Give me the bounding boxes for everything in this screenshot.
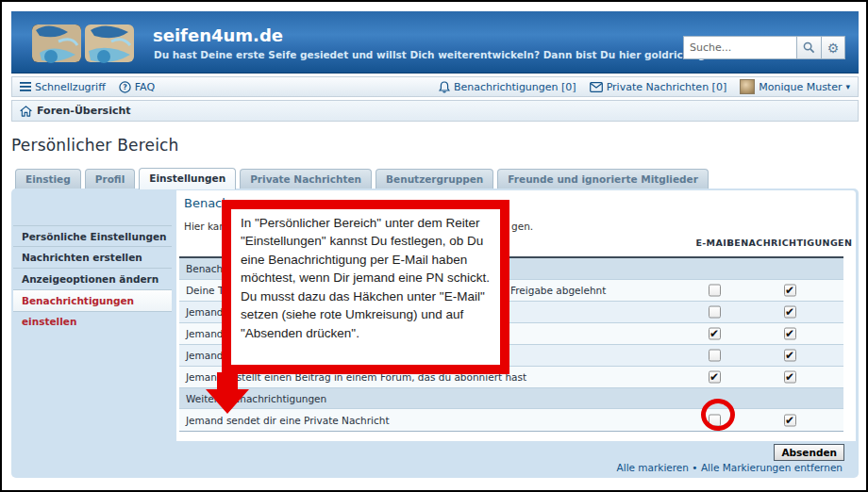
- notification-checkbox[interactable]: [784, 414, 796, 426]
- row-label: Jemand sendet dir eine Private Nachricht: [186, 415, 390, 426]
- envelope-icon: [590, 82, 603, 92]
- search-input[interactable]: [683, 36, 796, 59]
- email-checkbox[interactable]: [709, 350, 721, 362]
- tab-private-nachrichten[interactable]: Private Nachrichten: [240, 169, 372, 189]
- ucp-tabs: Einstieg Profil Einstellungen Private Na…: [15, 168, 709, 189]
- faq-link[interactable]: ? FAQ: [119, 81, 155, 93]
- search-bar: ⚙: [683, 36, 845, 59]
- forum-page: seifen4um.de Du hast Deine erste Seife g…: [0, 0, 868, 492]
- ucp-sidebar: Persönliche Einstellungen Nachrichten er…: [13, 225, 172, 312]
- breadcrumb-home-link[interactable]: Foren-Übersicht: [37, 105, 131, 117]
- annotation-box: In "Persönlicher Bereich" unter dem Reit…: [222, 200, 509, 374]
- private-messages-label: Private Nachrichten [0]: [607, 81, 727, 93]
- tab-einstieg[interactable]: Einstieg: [15, 169, 81, 189]
- sidebar-item-nachrichten-erstellen[interactable]: Nachrichten erstellen: [13, 247, 172, 269]
- email-checkbox[interactable]: [709, 371, 721, 384]
- quick-access-label: Schnellzugriff: [35, 81, 106, 93]
- sidebar-item-persoenliche-einstellungen[interactable]: Persönliche Einstellungen: [13, 225, 172, 247]
- sidebar-item-anzeigeoptionen[interactable]: Anzeigeoptionen ändern: [13, 269, 172, 290]
- bell-icon: [439, 81, 450, 93]
- site-header: seifen4um.de Du hast Deine erste Seife g…: [11, 11, 859, 74]
- avatar: [740, 79, 755, 94]
- site-logo[interactable]: [30, 19, 136, 68]
- gear-icon: ⚙: [827, 41, 840, 56]
- chevron-down-icon: ▾: [845, 82, 850, 91]
- username-label: Monique Muster: [759, 81, 842, 93]
- notification-checkbox[interactable]: [784, 328, 796, 340]
- section-label: Benachr: [186, 263, 227, 274]
- mark-all-link[interactable]: Alle markieren: [617, 462, 689, 473]
- tab-benutzergruppen[interactable]: Benutzergruppen: [376, 169, 493, 189]
- site-title: seifen4um.de: [153, 25, 283, 45]
- email-checkbox[interactable]: [709, 306, 721, 319]
- breadcrumb: Foren-Übersicht: [11, 100, 859, 122]
- table-section-row: Weitere Benachrichtigungen: [179, 387, 843, 408]
- mark-links: Alle markieren • Alle Markierungen entfe…: [617, 462, 843, 473]
- search-settings-button[interactable]: ⚙: [821, 36, 845, 59]
- email-checkbox[interactable]: [709, 328, 721, 340]
- question-icon: ?: [119, 81, 131, 93]
- hamburger-icon: [20, 82, 31, 91]
- search-button[interactable]: [796, 36, 821, 59]
- sidebar-item-benachrichtigungen[interactable]: Benachrichtigungen einstellen: [13, 290, 172, 312]
- notification-checkbox[interactable]: [784, 350, 796, 362]
- annotation-arrow-icon: [206, 389, 249, 414]
- user-menu[interactable]: Monique Muster ▾: [740, 79, 850, 94]
- notification-checkbox[interactable]: [784, 371, 796, 384]
- private-messages-menu[interactable]: Private Nachrichten [0]: [590, 81, 727, 93]
- page-title: Persönlicher Bereich: [11, 136, 179, 155]
- link-separator: •: [692, 462, 697, 473]
- tab-einstellungen[interactable]: Einstellungen: [139, 168, 236, 189]
- column-header-notifications: BENACHRICHTIGUNGEN: [727, 238, 853, 248]
- notifications-label: Benachrichtigungen [0]: [454, 81, 576, 93]
- notification-checkbox[interactable]: [784, 306, 796, 319]
- row-label: Jemand: [186, 350, 224, 361]
- tab-profil[interactable]: Profil: [85, 169, 135, 189]
- email-checkbox[interactable]: [709, 285, 721, 297]
- notifications-menu[interactable]: Benachrichtigungen [0]: [439, 81, 576, 93]
- submit-button[interactable]: Absenden: [774, 444, 844, 461]
- tab-freunde[interactable]: Freunde und ignorierte Mitglieder: [497, 169, 709, 189]
- svg-text:?: ?: [123, 83, 127, 91]
- table-row-private-message: Jemand sendet dir eine Private Nachricht: [179, 408, 843, 431]
- faq-label: FAQ: [135, 81, 155, 93]
- quick-access-menu[interactable]: Schnellzugriff: [20, 81, 106, 93]
- top-navbar: Schnellzugriff ? FAQ Benachrichtigungen …: [11, 76, 859, 97]
- annotation-arrow-stem: [217, 372, 238, 390]
- annotation-circle-highlight: [701, 399, 735, 431]
- site-slogan: Du hast Deine erste Seife gesiedet und w…: [154, 49, 709, 60]
- row-label-fragment: Freigabe abgelehnt: [510, 285, 606, 296]
- panel-intro-fragment-right: gen.: [511, 221, 533, 232]
- unmark-all-link[interactable]: Alle Markierungen entfernen: [701, 462, 843, 473]
- row-label: Jemand: [186, 328, 224, 339]
- row-label: Jemand: [186, 306, 224, 318]
- home-icon: [20, 106, 32, 117]
- notification-checkbox[interactable]: [784, 285, 796, 297]
- search-icon: [803, 41, 815, 54]
